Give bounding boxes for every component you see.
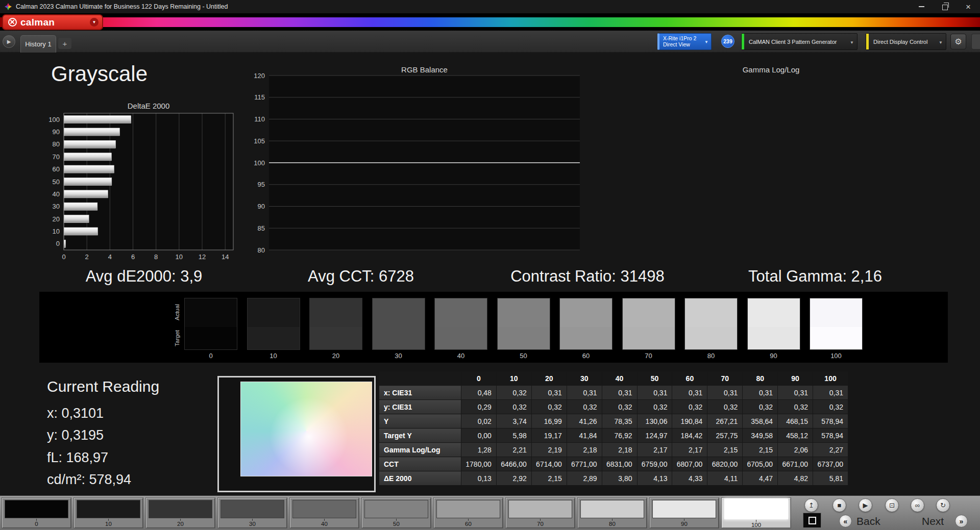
table-value-cell: 0,31 xyxy=(743,386,778,400)
svg-text:2: 2 xyxy=(85,253,89,261)
meter-name: X-Rite i1Pro 2 xyxy=(663,35,711,41)
stat-contrast-ratio: Contrast Ratio: 31498 xyxy=(510,267,665,286)
swatch-target xyxy=(498,327,550,349)
svg-text:40: 40 xyxy=(53,190,60,198)
current-reading-y: y: 0,3195 xyxy=(47,427,104,443)
pattern-generator-status-stripe xyxy=(742,34,744,49)
pattern-patch-100[interactable]: 100 xyxy=(721,497,791,528)
swatch-target xyxy=(373,327,425,349)
table-value-cell: 1780,00 xyxy=(461,457,497,471)
deltae-bar-10 xyxy=(64,228,98,235)
table-value-cell: 0,31 xyxy=(778,386,813,400)
next-button[interactable]: Next xyxy=(922,515,944,527)
table-value-cell: 2,17 xyxy=(672,443,707,457)
grayscale-data-table: 0102030405060708090100x: CIE310,480,320,… xyxy=(379,371,848,486)
minimize-button[interactable] xyxy=(910,0,933,13)
pattern-patch-60[interactable]: 60 xyxy=(433,497,503,528)
back-button[interactable]: Back xyxy=(856,515,880,527)
swatch-level-label: 60 xyxy=(559,352,612,360)
table-value-cell: 124,97 xyxy=(637,428,672,443)
pattern-patch-30[interactable]: 30 xyxy=(217,497,287,528)
swatch-actual xyxy=(185,298,237,327)
stat-avg-cct: Avg CCT: 6728 xyxy=(308,267,414,286)
pattern-generator-button[interactable]: CalMAN Client 3 Pattern Generator ▼ xyxy=(741,33,857,50)
table-value-cell: 78,35 xyxy=(602,414,637,428)
table-value-cell: 0,32 xyxy=(707,400,743,414)
eject-button[interactable]: ↥ xyxy=(804,498,818,512)
pattern-patch-10[interactable]: 10 xyxy=(74,497,143,528)
swatch-target xyxy=(185,327,237,349)
table-value-cell: 3,80 xyxy=(602,471,637,486)
table-value-cell: 4,82 xyxy=(778,471,813,486)
workflow-nav-button[interactable]: ▶ xyxy=(3,35,15,48)
table-header-cell: 40 xyxy=(602,371,637,386)
svg-text:4: 4 xyxy=(108,253,112,261)
calman-app-window: Calman 2023 Calman Ultimate for Business… xyxy=(0,0,980,530)
table-value-cell: 0,32 xyxy=(496,400,531,414)
add-tab-button[interactable]: + xyxy=(58,38,71,49)
save-button[interactable]: ⊡ xyxy=(885,498,899,512)
swatch-target xyxy=(310,327,362,349)
next-arrow-button[interactable]: » xyxy=(955,515,968,527)
play-button[interactable]: ▶ xyxy=(859,498,872,512)
svg-text:50: 50 xyxy=(53,178,60,186)
back-arrow-button[interactable]: « xyxy=(839,515,852,527)
table-value-cell: 1,28 xyxy=(461,443,497,457)
patch-swatch xyxy=(724,499,788,519)
settings-button[interactable]: ⚙ xyxy=(950,34,966,49)
pattern-patch-40[interactable]: 40 xyxy=(289,497,359,528)
patch-swatch xyxy=(292,500,356,518)
display-control-button[interactable]: Direct Display Control ▼ xyxy=(866,33,946,50)
stop-button[interactable]: ■ xyxy=(832,498,846,512)
meter-select-button[interactable]: X-Rite i1Pro 2 Direct View ▼ xyxy=(657,33,712,50)
grayscale-swatch-0 xyxy=(184,298,237,350)
table-header-cell: 70 xyxy=(707,371,743,386)
toolbar-overflow-button[interactable] xyxy=(971,34,980,49)
patch-label: 50 xyxy=(362,521,431,527)
pattern-window-button[interactable] xyxy=(803,513,821,528)
grayscale-swatch-40 xyxy=(434,298,487,350)
swatch-target xyxy=(435,327,487,349)
restore-button[interactable] xyxy=(933,0,957,13)
patch-label: 40 xyxy=(290,521,359,527)
svg-text:80: 80 xyxy=(53,140,60,148)
refresh-button[interactable]: ↻ xyxy=(936,498,950,512)
grayscale-swatch-strip: Actual Target 0102030405060708090100 xyxy=(39,292,948,363)
table-value-cell: 6466,00 xyxy=(496,457,531,471)
table-value-cell: 4,13 xyxy=(637,471,672,486)
table-header-cell: 60 xyxy=(672,371,707,386)
table-value-cell: 41,26 xyxy=(567,414,602,428)
svg-text:20: 20 xyxy=(53,215,60,223)
pattern-patch-90[interactable]: 90 xyxy=(649,497,719,528)
display-control-label: Direct Display Control xyxy=(873,39,927,45)
link-button[interactable]: ∞ xyxy=(911,498,924,512)
table-value-cell: 0,32 xyxy=(602,400,637,414)
refresh-icon: ↻ xyxy=(940,501,946,509)
calman-menu-arrow-icon: ▼ xyxy=(90,18,99,27)
close-button[interactable]: × xyxy=(957,0,980,13)
table-value-cell: 0,31 xyxy=(637,386,672,400)
minimize-icon xyxy=(919,6,924,7)
deltae-bar-40 xyxy=(64,190,108,198)
table-row: ΔE 20000,132,922,152,893,804,134,334,114… xyxy=(379,471,848,486)
table-row-label: ΔE 2000 xyxy=(379,471,461,486)
table-header-row: 0102030405060708090100 xyxy=(379,371,848,386)
tab-history-1[interactable]: History 1 xyxy=(20,35,56,53)
pattern-patch-20[interactable]: 20 xyxy=(145,497,215,528)
swatch-actual xyxy=(810,298,862,327)
svg-text:85: 85 xyxy=(258,224,265,232)
calman-logo-icon xyxy=(8,18,17,27)
table-value-cell: 190,84 xyxy=(672,414,707,428)
table-value-cell: 2,21 xyxy=(496,443,531,457)
pattern-patch-50[interactable]: 50 xyxy=(361,497,431,528)
pattern-patch-70[interactable]: 70 xyxy=(505,497,575,528)
table-row-label: x: CIE31 xyxy=(379,386,461,400)
pattern-patch-0[interactable]: 0 xyxy=(2,497,71,528)
swatch-actual xyxy=(435,298,487,327)
table-value-cell: 2,27 xyxy=(813,443,848,457)
pattern-patch-80[interactable]: 80 xyxy=(577,497,647,528)
table-value-cell: 4,11 xyxy=(707,471,743,486)
calman-menu-button[interactable]: calman ▼ xyxy=(2,14,103,30)
rgb-balance-chart: 80859095100105110115120 xyxy=(245,72,592,263)
pattern-generator-label: CalMAN Client 3 Pattern Generator xyxy=(749,39,837,45)
